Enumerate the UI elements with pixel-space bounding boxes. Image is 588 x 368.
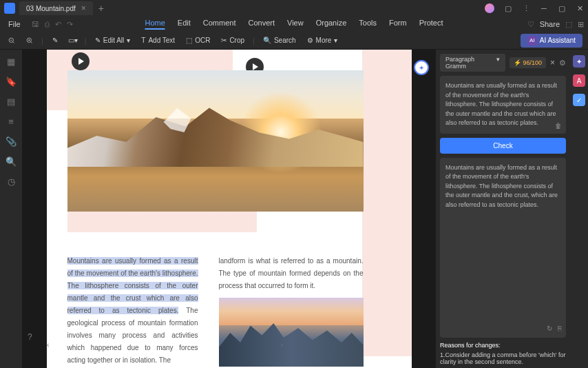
highlight-icon[interactable]: ✎ xyxy=(49,35,61,45)
title-bar: 03 Mountain.pdf × + ▢ ⋮ ─ ▢ ✕ xyxy=(0,0,588,17)
chevron-down-icon: ▾ xyxy=(496,56,500,70)
search-side-icon[interactable]: 🔍 xyxy=(6,156,17,167)
panel-settings-icon[interactable]: ⚙ xyxy=(559,59,566,68)
text-column-2[interactable]: landform is what is referred to as a mou… xyxy=(219,255,364,292)
highlighted-selection: Mountains are usually formed as a result… xyxy=(67,257,198,314)
menu-form[interactable]: Form xyxy=(389,19,407,30)
close-panel-icon[interactable]: × xyxy=(550,58,555,68)
ocr-button[interactable]: ⬚ OCR xyxy=(183,35,213,45)
stamp-icon[interactable]: ◷ xyxy=(8,176,15,187)
minimize-button[interactable]: ─ xyxy=(536,0,552,17)
comments-icon[interactable]: ▤ xyxy=(7,96,15,107)
next-page-nav[interactable]: › xyxy=(281,341,283,349)
attachments-icon[interactable]: 📎 xyxy=(6,136,17,147)
maximize-button[interactable]: ▢ xyxy=(554,0,570,17)
thumbnails-icon[interactable]: ▦ xyxy=(7,57,15,67)
lightbulb-icon[interactable]: ♡ xyxy=(527,20,534,29)
user-avatar[interactable] xyxy=(485,3,494,13)
text-column-1[interactable]: Mountains are usually formed as a result… xyxy=(67,255,198,367)
ai-assistant-button[interactable]: AI AI Assistant xyxy=(521,34,582,48)
edit-all-button[interactable]: ✎ Edit All▾ xyxy=(92,35,134,45)
grammar-tab-icon[interactable]: ✓ xyxy=(573,94,585,106)
zoom-out-icon[interactable] xyxy=(6,34,18,47)
translate-tab-icon[interactable]: A xyxy=(573,74,585,87)
help-icon[interactable]: ? xyxy=(28,332,32,342)
menu-organize[interactable]: Organize xyxy=(316,19,347,30)
ai-tab-icon[interactable]: ✦ xyxy=(573,55,585,68)
check-button[interactable]: Check xyxy=(440,138,566,154)
right-sidebar: ✦ A ✓ xyxy=(570,50,588,368)
tab-title: 03 Mountain.pdf xyxy=(26,5,76,12)
document-tab[interactable]: 03 Mountain.pdf × xyxy=(19,1,93,15)
shape-icon[interactable]: ▭▾ xyxy=(67,35,79,45)
zoom-in-icon[interactable] xyxy=(23,34,36,47)
decorative-block-3 xyxy=(67,212,257,232)
play-button-1[interactable] xyxy=(72,52,90,70)
menu-home[interactable]: Home xyxy=(145,19,165,30)
reasons-title: Reasons for changes: xyxy=(440,342,566,349)
prev-page-nav[interactable]: ‹ xyxy=(47,341,49,349)
menu-protect[interactable]: Protect xyxy=(419,19,443,30)
refresh-icon[interactable]: ↻ xyxy=(547,323,552,334)
hero-mountain-image xyxy=(67,70,364,212)
save-icon[interactable]: 🖫 xyxy=(32,20,39,29)
ai-input-text[interactable]: Mountains are usually formed as a result… xyxy=(440,76,566,134)
share-icon-1[interactable]: ⬚ xyxy=(565,20,572,29)
ai-context-badge[interactable]: ✦ xyxy=(414,60,429,75)
reason-item: 1.Consider adding a comma before 'which'… xyxy=(440,351,566,365)
toolbar: | ✎ ▭▾ | ✎ Edit All▾ T Add Text ⬚ OCR ✂ … xyxy=(0,32,588,50)
app-icon xyxy=(4,3,15,14)
ai-mode-dropdown[interactable]: Paragraph Gramm▾ xyxy=(440,54,505,72)
crop-button[interactable]: ✂ Crop xyxy=(218,35,247,45)
new-tab-button[interactable]: + xyxy=(98,3,104,14)
notification-icon[interactable]: ▢ xyxy=(500,0,516,17)
copy-icon[interactable]: ⎘ xyxy=(558,323,562,334)
main-menu: Home Edit Comment Convert View Organize … xyxy=(145,19,443,30)
redo-icon[interactable]: ↷ xyxy=(67,20,73,29)
reasons-section: Reasons for changes: 1.Consider adding a… xyxy=(440,342,566,365)
print-icon[interactable]: ⎙ xyxy=(45,20,50,29)
add-text-button[interactable]: T Add Text xyxy=(138,35,178,45)
close-window-button[interactable]: ✕ xyxy=(571,0,588,17)
undo-icon[interactable]: ↶ xyxy=(55,20,61,29)
share-button[interactable]: Share xyxy=(540,20,560,28)
more-button[interactable]: ⚙ More▾ xyxy=(304,35,341,45)
menu-view[interactable]: View xyxy=(287,19,304,30)
menu-convert[interactable]: Convert xyxy=(248,19,275,30)
menu-comment[interactable]: Comment xyxy=(203,19,236,30)
delete-icon[interactable]: 🗑 xyxy=(555,121,562,131)
close-tab-icon[interactable]: × xyxy=(81,3,86,13)
document-viewport[interactable]: Mountains are usually formed as a result… xyxy=(22,50,436,368)
menu-bar: File 🖫 ⎙ ↶ ↷ Home Edit Comment Convert V… xyxy=(0,17,588,32)
body-text-2: landform is what is referred to as a mou… xyxy=(219,257,364,289)
ai-panel: Paragraph Gramm▾ ⚡96/100 × ⚙ Mountains a… xyxy=(436,50,570,368)
menu-icon[interactable]: ⋮ xyxy=(518,0,534,17)
decorative-block-2 xyxy=(362,50,412,356)
secondary-mountain-image xyxy=(219,298,364,367)
ai-output-text: Mountains are usually formed as a result… xyxy=(440,158,566,338)
layers-icon[interactable]: ≡ xyxy=(8,116,14,127)
body-text-1: The geological process of mountain forma… xyxy=(67,307,198,364)
pdf-page: Mountains are usually formed as a result… xyxy=(47,50,412,368)
menu-tools[interactable]: Tools xyxy=(359,19,377,30)
left-sidebar: ▦ 🔖 ▤ ≡ 📎 🔍 ◷ xyxy=(0,50,22,368)
search-button[interactable]: 🔍 Search xyxy=(260,35,299,45)
share-icon-2[interactable]: ⊞ xyxy=(578,20,584,29)
ai-badge-icon: AI xyxy=(527,36,537,45)
svg-line-6 xyxy=(30,41,32,43)
ai-score-badge: ⚡96/100 xyxy=(510,57,546,68)
bookmarks-icon[interactable]: 🔖 xyxy=(6,76,17,87)
svg-line-2 xyxy=(12,41,14,43)
file-menu[interactable]: File xyxy=(4,19,25,30)
menu-edit[interactable]: Edit xyxy=(178,19,191,30)
